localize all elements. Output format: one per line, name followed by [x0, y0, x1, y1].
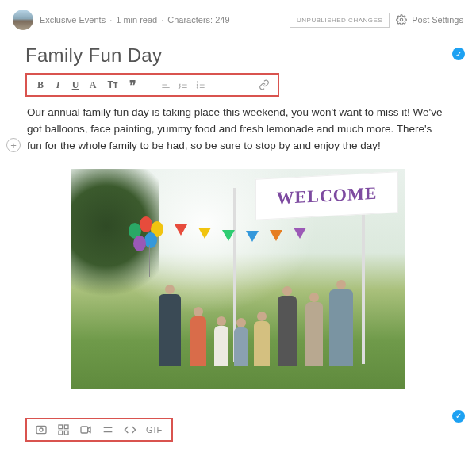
text-format-toolbar: B I U A Tт ❞	[25, 73, 279, 97]
balloons-graphic	[129, 216, 176, 272]
svg-point-0	[400, 18, 403, 21]
character-count: Characters: 249	[167, 15, 229, 25]
image-block[interactable]: WELCOME	[25, 159, 451, 396]
svg-point-3	[197, 87, 198, 88]
separator-dot: ·	[108, 15, 113, 25]
post-settings-label: Post Settings	[412, 15, 463, 25]
svg-rect-4	[36, 426, 46, 433]
insert-html-button[interactable]	[124, 423, 136, 436]
svg-rect-9	[64, 431, 68, 435]
link-button[interactable]	[255, 76, 273, 94]
underline-button[interactable]: U	[67, 76, 84, 94]
svg-point-1	[197, 82, 198, 82]
text-color-button[interactable]: A	[84, 76, 102, 94]
insert-image-button[interactable]	[35, 423, 48, 436]
text-size-button[interactable]: Tт	[102, 76, 124, 94]
align-button[interactable]	[157, 76, 175, 94]
svg-rect-8	[59, 431, 63, 435]
saved-check-icon: ✓	[452, 48, 465, 60]
bullet-list-button[interactable]	[192, 76, 209, 94]
author-name[interactable]: Exclusive Events	[40, 15, 106, 25]
insert-divider-button[interactable]	[102, 423, 114, 436]
editor-header: Exclusive Events · 1 min read · Characte…	[0, 0, 476, 40]
post-body[interactable]: Our annual family fun day is taking plac…	[25, 105, 451, 159]
insert-media-toolbar: GIF	[25, 418, 173, 442]
read-time: 1 min read	[116, 15, 157, 25]
insert-gallery-button[interactable]	[57, 423, 70, 436]
gear-icon	[396, 14, 407, 25]
post-title[interactable]: Family Fun Day	[25, 41, 451, 73]
unpublished-changes-badge[interactable]: UNPUBLISHED CHANGES	[290, 13, 390, 28]
saved-check-icon: ✓	[452, 410, 465, 423]
hero-image: WELCOME	[71, 169, 405, 389]
insert-gif-button[interactable]: GIF	[146, 425, 163, 435]
svg-rect-7	[64, 425, 68, 429]
add-block-button[interactable]: +	[6, 138, 21, 152]
svg-point-5	[40, 428, 43, 431]
welcome-banner: WELCOME	[255, 171, 398, 220]
separator-dot: ·	[159, 15, 165, 25]
bold-button[interactable]: B	[32, 76, 49, 94]
post-meta: Exclusive Events · 1 min read · Characte…	[40, 15, 230, 25]
numbered-list-button[interactable]	[175, 76, 192, 94]
svg-rect-6	[59, 425, 63, 429]
svg-rect-10	[81, 427, 88, 433]
editor-content: ✓ Family Fun Day B I U A Tт ❞ + Our annu…	[0, 40, 476, 448]
insert-video-button[interactable]	[79, 423, 92, 436]
post-settings-button[interactable]: Post Settings	[396, 14, 463, 25]
avatar[interactable]	[13, 10, 33, 30]
italic-button[interactable]: I	[49, 76, 67, 94]
quote-button[interactable]: ❞	[124, 76, 141, 94]
svg-point-2	[197, 84, 198, 85]
